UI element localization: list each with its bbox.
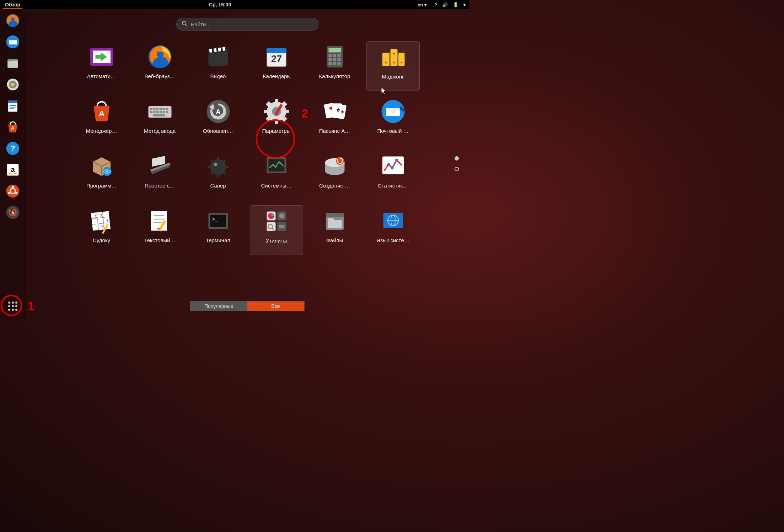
system-menu-caret[interactable]: ▾ xyxy=(463,2,466,7)
app-sudoku[interactable]: 5379 Судоку xyxy=(75,205,128,255)
svg-rect-71 xyxy=(159,108,161,110)
search-input[interactable] xyxy=(191,21,313,27)
dock-help[interactable]: ? xyxy=(4,139,22,158)
svg-rect-9 xyxy=(8,101,17,103)
svg-rect-57 xyxy=(333,62,336,65)
dock-writer[interactable] xyxy=(4,97,22,115)
svg-text:?: ? xyxy=(10,144,15,153)
volume-icon[interactable]: 🔊 xyxy=(442,2,448,7)
app-settings[interactable]: Параметры xyxy=(250,96,303,146)
svg-text:9: 9 xyxy=(101,224,104,229)
search-icon xyxy=(182,21,187,28)
app-files[interactable]: Файлы xyxy=(308,205,361,255)
svg-text:27: 27 xyxy=(271,53,282,64)
page-dot-2[interactable] xyxy=(455,167,459,171)
svg-rect-84 xyxy=(275,99,278,104)
app-calendar[interactable]: 27 Календарь xyxy=(250,41,303,91)
activities-button[interactable]: Обзор xyxy=(3,1,22,9)
dock-updater[interactable]: A xyxy=(4,203,22,222)
app-label: Терминал xyxy=(206,237,230,243)
svg-point-118 xyxy=(391,167,393,169)
svg-point-109 xyxy=(214,163,217,166)
svg-text:>_: >_ xyxy=(212,216,218,222)
app-label: Утилиты xyxy=(266,238,287,244)
app-calculator[interactable]: Калькулятор xyxy=(308,41,361,91)
app-input-method[interactable]: Метод ввода xyxy=(133,96,187,146)
show-apps-button[interactable] xyxy=(4,297,22,315)
svg-point-119 xyxy=(395,159,398,162)
svg-rect-74 xyxy=(150,111,152,113)
terminal-icon: >_ xyxy=(204,207,232,235)
svg-point-63 xyxy=(393,62,395,64)
app-system-monitor[interactable]: Системны… xyxy=(250,151,303,200)
svg-rect-41 xyxy=(209,49,212,53)
calendar-icon: 27 xyxy=(262,43,291,71)
mines-icon xyxy=(204,152,232,180)
search-box[interactable] xyxy=(176,18,318,31)
app-utilities[interactable]: Утилиты xyxy=(250,205,303,255)
dock-amazon[interactable]: a xyxy=(4,161,22,179)
network-icon[interactable]: ..? xyxy=(432,2,437,7)
app-mines[interactable]: Сапёр xyxy=(192,151,245,200)
tab-all[interactable]: Все xyxy=(247,302,304,311)
app-simple-scan[interactable]: Простое с… xyxy=(133,151,187,200)
app-package[interactable]: Программ… xyxy=(75,151,128,200)
svg-text:A: A xyxy=(215,108,220,116)
dock-ubuntu[interactable] xyxy=(4,182,22,200)
dock-thunderbird[interactable] xyxy=(4,33,22,51)
svg-rect-60 xyxy=(390,49,397,66)
battery-icon[interactable]: 🔋 xyxy=(453,2,458,7)
view-tabs: Популярные Все xyxy=(190,301,305,311)
app-software-manager[interactable]: A Менеджер… xyxy=(75,96,128,146)
monitor-icon xyxy=(262,152,291,180)
dock-firefox[interactable] xyxy=(4,11,22,30)
svg-point-28 xyxy=(8,305,10,307)
svg-rect-69 xyxy=(153,108,155,110)
app-videos[interactable]: Видео xyxy=(192,41,245,91)
svg-point-7 xyxy=(11,83,14,86)
svg-rect-56 xyxy=(328,62,332,65)
page-indicator xyxy=(455,156,459,171)
app-label: Системны… xyxy=(261,183,291,189)
app-mahjong[interactable]: Маджонг xyxy=(366,41,420,91)
clock[interactable]: Ср, 16:00 xyxy=(22,2,418,7)
svg-text:A: A xyxy=(11,211,14,215)
app-grid: Автомати… Веб-брауз… Видео 27 Календарь … xyxy=(75,41,420,255)
app-language[interactable]: Язык систе… xyxy=(366,205,420,255)
input-lang-indicator[interactable]: en ▾ xyxy=(418,2,427,7)
app-startup-disk[interactable]: Создание … xyxy=(308,151,361,200)
app-thunderbird[interactable]: Почтовый … xyxy=(366,96,420,146)
dock-files[interactable] xyxy=(4,54,22,72)
app-label: Сапёр xyxy=(210,183,226,189)
svg-rect-68 xyxy=(150,108,152,110)
svg-rect-11 xyxy=(10,107,16,108)
app-updater[interactable]: A Обновлен… xyxy=(192,96,245,146)
app-text-editor[interactable]: Текстовый… xyxy=(133,205,187,255)
tab-popular[interactable]: Популярные xyxy=(190,302,247,311)
svg-text:A: A xyxy=(98,109,104,118)
mahjong-icon xyxy=(379,43,407,71)
app-label: Веб-брауз… xyxy=(144,73,175,79)
svg-point-65 xyxy=(393,53,395,55)
svg-text:3: 3 xyxy=(100,213,103,218)
dock-software[interactable]: A xyxy=(4,118,22,136)
svg-rect-76 xyxy=(156,111,159,113)
page-dot-1[interactable] xyxy=(455,156,459,161)
app-label: Параметры xyxy=(262,128,291,134)
updater-icon: A xyxy=(204,97,232,126)
settings-icon xyxy=(262,97,291,126)
svg-rect-77 xyxy=(159,111,161,113)
svg-rect-12 xyxy=(10,108,14,109)
svg-rect-52 xyxy=(337,54,340,57)
top-bar: Обзор Ср, 16:00 en ▾ ..? 🔊 🔋 ▾ xyxy=(0,0,469,9)
svg-text:A: A xyxy=(11,125,14,131)
app-terminal[interactable]: >_ Терминал xyxy=(192,205,245,255)
app-power-stats[interactable]: Статистик… xyxy=(366,151,420,200)
app-autologin[interactable]: Автомати… xyxy=(75,41,128,91)
app-label: Язык систе… xyxy=(376,237,409,243)
dock-rhythmbox[interactable] xyxy=(4,75,22,94)
svg-rect-46 xyxy=(267,48,286,53)
app-solitaire[interactable]: ♥♠♦ Пасьянс А… xyxy=(308,96,361,146)
app-firefox[interactable]: Веб-брауз… xyxy=(133,41,187,91)
svg-rect-73 xyxy=(166,108,168,110)
